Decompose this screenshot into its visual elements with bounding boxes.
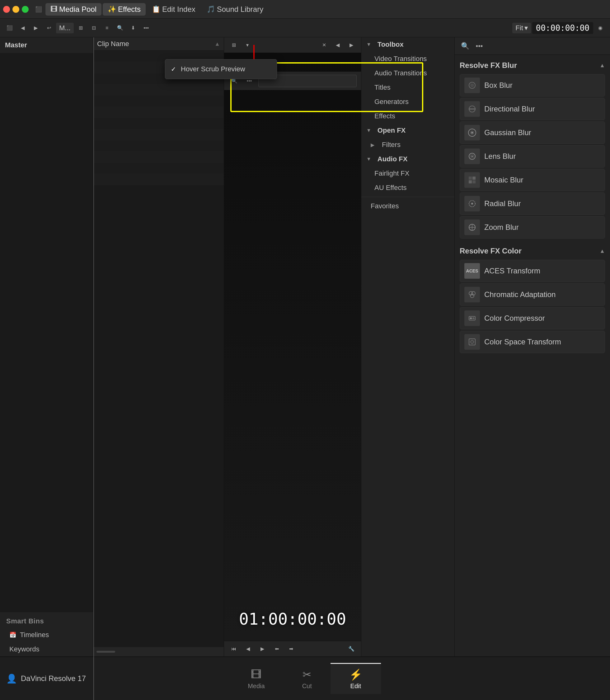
main-layout: Master Smart Bins 📅 Timelines Keywords C… bbox=[0, 37, 610, 656]
trim-in-btn[interactable]: ⬅ bbox=[271, 643, 283, 655]
more-options-btn[interactable]: ••• bbox=[140, 22, 152, 34]
check-icon: ✓ bbox=[171, 65, 177, 73]
aces-transform-icon: ACES bbox=[464, 263, 480, 279]
sort-asc-icon[interactable]: ▲ bbox=[214, 41, 220, 47]
tab-edit-index-label: Edit Index bbox=[162, 5, 195, 14]
search-btn[interactable]: 🔍 bbox=[114, 22, 126, 34]
effect-color-space-transform[interactable]: Color Space Transform bbox=[460, 331, 605, 353]
nav-next-btn[interactable]: ▶ bbox=[346, 39, 357, 51]
m-label: M... bbox=[59, 24, 71, 32]
tools-btn[interactable]: 🔧 bbox=[346, 643, 357, 655]
sidebar-item-au-effects[interactable]: AU Effects bbox=[361, 181, 454, 195]
timecode-display: 00:00:00:00 bbox=[532, 22, 593, 34]
skip-start-btn[interactable]: ⏮ bbox=[228, 643, 240, 655]
timecode-settings-btn[interactable]: ◉ bbox=[594, 22, 606, 34]
keywords-label: Keywords bbox=[9, 645, 39, 653]
effect-box-blur[interactable]: Box Blur bbox=[460, 74, 605, 96]
media-tab-icon: 🎞 bbox=[251, 669, 261, 681]
resolve-fx-blur-header[interactable]: Resolve FX Blur ▲ bbox=[455, 58, 610, 73]
media-pool-row bbox=[93, 129, 224, 140]
svg-point-15 bbox=[471, 203, 473, 205]
tab-sound-library[interactable]: 🎵 Sound Library bbox=[202, 3, 268, 16]
aces-badge: ACES bbox=[464, 263, 480, 279]
view-list-btn[interactable]: ≡ bbox=[101, 22, 113, 34]
resolve-fx-color-header[interactable]: Resolve FX Color ▲ bbox=[455, 244, 610, 259]
effect-zoom-blur[interactable]: Zoom Blur bbox=[460, 216, 605, 238]
monitor-icon[interactable]: ⬛ bbox=[33, 4, 44, 15]
preview-video: 🔍 ••• 01:00:00:00 bbox=[224, 53, 361, 641]
open-fx-header[interactable]: ▼ Open FX bbox=[361, 123, 454, 138]
m-dropdown[interactable]: M... bbox=[56, 23, 74, 33]
mosaic-blur-name: Mosaic Blur bbox=[484, 176, 523, 184]
view-storyboard-btn[interactable]: ⊞ bbox=[75, 22, 87, 34]
sidebar-item-effects[interactable]: Effects bbox=[361, 109, 454, 123]
generators-label: Generators bbox=[374, 98, 408, 106]
sort-btn[interactable]: ⬇ bbox=[127, 22, 139, 34]
media-pool-row bbox=[93, 84, 224, 96]
close-button[interactable] bbox=[3, 6, 10, 13]
sidebar-item-fairlight-fx[interactable]: Fairlight FX bbox=[361, 166, 454, 181]
media-pool-row bbox=[93, 163, 224, 174]
toolbox-caret-icon: ▼ bbox=[366, 42, 371, 47]
frame-btn[interactable]: ⊞ bbox=[228, 39, 240, 51]
effects-search-icon-btn[interactable]: 🔍 bbox=[459, 40, 471, 52]
sidebar-item-video-transitions[interactable]: Video Transitions bbox=[361, 52, 454, 66]
svg-point-25 bbox=[472, 317, 474, 319]
nav-left-btn[interactable]: ◀ bbox=[17, 22, 29, 34]
view-grid-btn[interactable]: ⊟ bbox=[88, 22, 100, 34]
bottom-tab-edit[interactable]: ⚡ Edit bbox=[331, 663, 381, 694]
sidebar-item-generators[interactable]: Generators bbox=[361, 95, 454, 109]
tab-effects[interactable]: ✨ Effects bbox=[103, 3, 146, 16]
effect-directional-blur[interactable]: Directional Blur bbox=[460, 98, 605, 120]
bottom-tab-cut[interactable]: ✂ Cut bbox=[284, 663, 331, 694]
sidebar-item-keywords[interactable]: Keywords bbox=[0, 642, 93, 656]
maximize-button[interactable] bbox=[22, 6, 29, 13]
effect-radial-blur[interactable]: Radial Blur bbox=[460, 192, 605, 215]
chromatic-adaptation-name: Chromatic Adaptation bbox=[484, 290, 556, 299]
effects-menu-btn[interactable]: ••• bbox=[473, 40, 485, 52]
edit-tab-label: Edit bbox=[350, 683, 361, 690]
close-preview-btn[interactable]: ✕ bbox=[318, 39, 330, 51]
panel-toggle-btn[interactable]: ⬛ bbox=[4, 22, 16, 34]
dropdown-item-hover-scrub[interactable]: ✓ Hover Scrub Preview bbox=[165, 61, 277, 77]
bottom-tab-media[interactable]: 🎞 Media bbox=[229, 663, 283, 694]
tab-media-pool[interactable]: 🎞 Media Pool bbox=[45, 3, 101, 16]
effect-color-compressor[interactable]: Color Compressor bbox=[460, 307, 605, 329]
sidebar-item-favorites[interactable]: Favorites bbox=[361, 199, 454, 213]
nav-right-btn[interactable]: ▶ bbox=[30, 22, 42, 34]
play-back-btn[interactable]: ◀ bbox=[242, 643, 254, 655]
effect-mosaic-blur[interactable]: Mosaic Blur bbox=[460, 169, 605, 191]
master-label: Master bbox=[0, 37, 93, 53]
lens-blur-name: Lens Blur bbox=[484, 152, 516, 161]
tab-sound-library-label: Sound Library bbox=[217, 5, 263, 14]
fit-dropdown[interactable]: Fit ▾ bbox=[512, 23, 531, 33]
gaussian-blur-icon bbox=[464, 125, 480, 140]
effect-gaussian-blur[interactable]: Gaussian Blur bbox=[460, 122, 605, 144]
sidebar-item-filters[interactable]: ▶ Filters bbox=[361, 138, 454, 152]
link-btn[interactable]: ↩ bbox=[43, 22, 55, 34]
box-blur-name: Box Blur bbox=[484, 81, 513, 90]
effect-aces-transform[interactable]: ACES ACES Transform bbox=[460, 260, 605, 282]
sidebar-item-timelines[interactable]: 📅 Timelines bbox=[0, 628, 93, 642]
play-btn[interactable]: ▶ bbox=[256, 643, 268, 655]
toolbox-header[interactable]: ▼ Toolbox bbox=[361, 37, 454, 52]
effect-chromatic-adaptation[interactable]: Chromatic Adaptation bbox=[460, 283, 605, 306]
media-pool-row bbox=[93, 107, 224, 118]
audio-fx-header[interactable]: ▼ Audio FX bbox=[361, 152, 454, 166]
sidebar-item-audio-transitions[interactable]: Audio Transitions bbox=[361, 66, 454, 80]
blur-collapse-icon[interactable]: ▲ bbox=[599, 62, 605, 69]
sidebar-item-titles[interactable]: Titles bbox=[361, 80, 454, 95]
chevron-down-btn[interactable]: ▾ bbox=[241, 39, 253, 51]
minimize-button[interactable] bbox=[13, 6, 19, 13]
app-title: DaVinci Resolve 17 bbox=[21, 674, 86, 683]
nav-prev-btn[interactable]: ◀ bbox=[332, 39, 343, 51]
color-collapse-icon[interactable]: ▲ bbox=[599, 248, 605, 254]
svg-point-6 bbox=[471, 132, 473, 133]
video-transitions-label: Video Transitions bbox=[374, 55, 427, 63]
tab-edit-index[interactable]: 📋 Edit Index bbox=[147, 3, 200, 16]
effect-lens-blur[interactable]: Lens Blur bbox=[460, 145, 605, 168]
clip-name-header: Clip Name bbox=[97, 40, 129, 48]
zoom-blur-icon bbox=[464, 219, 480, 235]
trim-out-btn[interactable]: ➡ bbox=[285, 643, 297, 655]
color-space-transform-icon bbox=[464, 334, 480, 350]
